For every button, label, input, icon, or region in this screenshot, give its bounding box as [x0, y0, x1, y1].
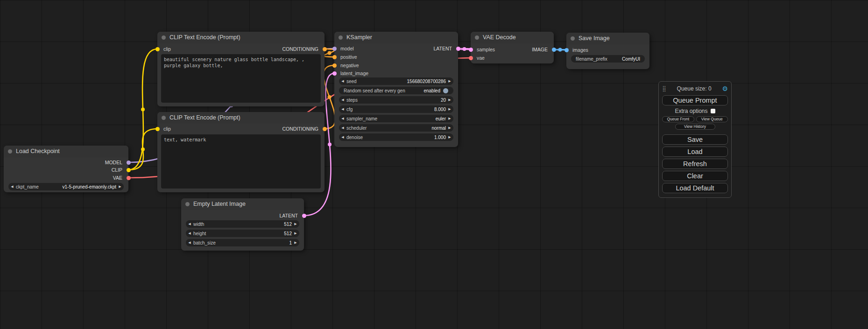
collapse-dot-icon[interactable] [339, 35, 343, 40]
conditioning-port-dot[interactable] [323, 127, 327, 131]
conditioning-port-dot[interactable] [323, 47, 327, 51]
decrement-arrow-icon[interactable]: ◀ [339, 96, 346, 104]
port-label: CLIP [112, 167, 122, 173]
increment-arrow-icon[interactable]: ▶ [446, 77, 453, 85]
increment-arrow-icon[interactable]: ▶ [446, 115, 453, 122]
collapse-dot-icon[interactable] [185, 202, 190, 206]
increment-arrow-icon[interactable]: ▶ [292, 239, 299, 246]
node-load-checkpoint[interactable]: Load Checkpoint MODEL CLIP VAE ◀ ckpt_na… [4, 146, 128, 192]
clear-button[interactable]: Clear [662, 171, 728, 181]
collapse-dot-icon[interactable] [162, 116, 166, 120]
input-port-samples: samples [471, 46, 495, 53]
node-graph-canvas[interactable]: Load Checkpoint MODEL CLIP VAE ◀ ckpt_na… [0, 0, 868, 329]
conditioning-port-dot[interactable] [332, 55, 337, 59]
node-title: KSampler [346, 34, 372, 41]
widget-label: height [193, 231, 206, 236]
queue-panel-header: ⣿ Queue size: 0 ⚙ [662, 84, 728, 93]
node-title-bar[interactable]: CLIP Text Encode (Prompt) [157, 32, 325, 43]
clip-port-dot[interactable] [155, 127, 160, 131]
view-queue-button[interactable]: View Queue [696, 116, 728, 122]
increment-arrow-icon[interactable]: ▶ [292, 220, 299, 228]
node-clip-text-encode-negative[interactable]: CLIP Text Encode (Prompt) clip CONDITION… [157, 112, 325, 192]
collapse-dot-icon[interactable] [8, 149, 12, 154]
load-button[interactable]: Load [662, 147, 728, 157]
queue-prompt-button[interactable]: Queue Prompt [662, 95, 728, 105]
widget-label: filename_prefix [576, 56, 607, 62]
batch-size-widget[interactable]: ◀ batch_size 1 ▶ [186, 239, 299, 246]
sampler-name-widget[interactable]: ◀ sampler_name euler ▶ [339, 115, 453, 122]
collapse-dot-icon[interactable] [571, 36, 575, 41]
refresh-button[interactable]: Refresh [662, 159, 728, 169]
image-port-dot[interactable] [552, 48, 556, 52]
latent-port-dot[interactable] [332, 71, 337, 76]
increment-arrow-icon[interactable]: ▶ [446, 105, 453, 113]
node-clip-text-encode-positive[interactable]: CLIP Text Encode (Prompt) clip CONDITION… [157, 32, 325, 106]
positive-prompt-textarea[interactable]: beautiful scenery nature glass bottle la… [161, 54, 321, 103]
port-label: LATENT [280, 213, 298, 218]
node-title: Save Image [579, 35, 610, 42]
negative-prompt-textarea[interactable]: text, watermark [161, 134, 321, 189]
ckpt-name-widget[interactable]: ◀ ckpt_name v1-5-pruned-emaonly.ckpt ▶ [8, 183, 124, 190]
conditioning-port-dot[interactable] [332, 63, 337, 68]
increment-arrow-icon[interactable]: ▶ [292, 230, 299, 237]
decrement-arrow-icon[interactable]: ◀ [186, 230, 193, 237]
load-default-button[interactable]: Load Default [662, 183, 728, 193]
decrement-arrow-icon[interactable]: ◀ [186, 239, 193, 246]
decrement-arrow-icon[interactable]: ◀ [339, 77, 346, 85]
latent-port-dot[interactable] [456, 47, 460, 51]
port-label: clip [163, 126, 171, 132]
filename-prefix-widget[interactable]: filename_prefix ComfyUI [571, 55, 645, 63]
widget-label: sampler_name [346, 116, 377, 121]
increment-arrow-icon[interactable]: ▶ [446, 96, 453, 104]
clip-port-dot[interactable] [155, 47, 160, 51]
seed-widget[interactable]: ◀ seed 156680208700286 ▶ [339, 77, 453, 85]
toggle-dot-icon[interactable] [443, 88, 448, 93]
decrement-arrow-icon[interactable]: ◀ [339, 105, 346, 113]
increment-arrow-icon[interactable]: ▶ [446, 124, 453, 132]
queue-size-label: Queue size: 0 [666, 85, 722, 92]
model-port-dot[interactable] [127, 161, 131, 165]
increment-arrow-icon[interactable]: ▶ [446, 133, 453, 141]
node-title-bar[interactable]: CLIP Text Encode (Prompt) [157, 112, 325, 124]
widget-label: cfg [346, 107, 353, 112]
extra-options-row: Extra options [662, 107, 728, 115]
decrement-arrow-icon[interactable]: ◀ [339, 124, 346, 132]
gear-icon[interactable]: ⚙ [722, 85, 728, 92]
drag-handle-icon[interactable]: ⣿ [662, 85, 666, 92]
node-title-bar[interactable]: VAE Decode [471, 32, 554, 43]
node-title-bar[interactable]: Empty Latent Image [181, 198, 304, 210]
decrement-arrow-icon[interactable]: ◀ [339, 133, 346, 141]
vae-port-dot[interactable] [469, 56, 473, 60]
queue-front-button[interactable]: Queue Front [662, 116, 694, 122]
node-vae-decode[interactable]: VAE Decode samples vae IMAGE [471, 32, 554, 63]
width-widget[interactable]: ◀ width 512 ▶ [186, 220, 299, 228]
cfg-widget[interactable]: ◀ cfg 8.000 ▶ [339, 105, 453, 113]
scheduler-widget[interactable]: ◀ scheduler normal ▶ [339, 124, 453, 132]
steps-widget[interactable]: ◀ steps 20 ▶ [339, 96, 453, 104]
node-title-bar[interactable]: Save Image [566, 33, 649, 44]
random-seed-toggle-widget[interactable]: Random seed after every gen enabled [339, 87, 453, 94]
latent-port-dot[interactable] [302, 214, 306, 218]
node-ksampler[interactable]: KSampler model positive negative latent_… [334, 32, 458, 147]
vae-port-dot[interactable] [127, 176, 131, 180]
view-history-button[interactable]: View History [675, 124, 715, 130]
node-title-bar[interactable]: Load Checkpoint [4, 146, 128, 157]
extra-options-checkbox[interactable] [711, 109, 715, 113]
height-widget[interactable]: ◀ height 512 ▶ [186, 230, 299, 237]
denoise-widget[interactable]: ◀ denoise 1.000 ▶ [339, 133, 453, 141]
save-button[interactable]: Save [662, 134, 728, 145]
node-save-image[interactable]: Save Image images filename_prefix ComfyU… [566, 33, 649, 69]
model-port-dot[interactable] [332, 47, 337, 51]
latent-port-dot[interactable] [469, 48, 473, 52]
decrement-arrow-icon[interactable]: ◀ [186, 220, 193, 228]
image-port-dot[interactable] [565, 48, 569, 52]
collapse-dot-icon[interactable] [475, 35, 479, 40]
node-title-bar[interactable]: KSampler [334, 32, 458, 43]
decrement-arrow-icon[interactable]: ◀ [339, 115, 346, 122]
clip-port-dot[interactable] [127, 168, 131, 172]
port-label: IMAGE [532, 47, 548, 52]
collapse-dot-icon[interactable] [162, 35, 166, 40]
node-empty-latent-image[interactable]: Empty Latent Image LATENT ◀ width 512 ▶ … [181, 198, 304, 251]
increment-arrow-icon[interactable]: ▶ [116, 183, 124, 190]
decrement-arrow-icon[interactable]: ◀ [8, 183, 16, 190]
